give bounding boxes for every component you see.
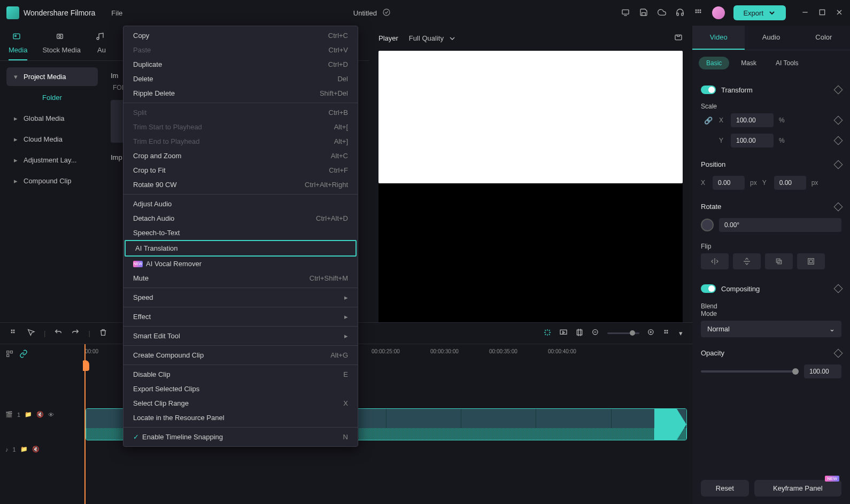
audio-folder-icon[interactable]: 📁: [20, 446, 28, 453]
context-menu-item[interactable]: Adjust Audio: [123, 197, 358, 211]
close-icon[interactable]: [835, 8, 844, 18]
subtab-basic[interactable]: Basic: [699, 57, 729, 69]
subtab-mask[interactable]: Mask: [733, 57, 764, 69]
subtab-ai-tools[interactable]: AI Tools: [768, 57, 806, 69]
preview-render-icon[interactable]: [559, 328, 568, 338]
playhead-head[interactable]: [83, 360, 89, 371]
position-y-input[interactable]: [774, 176, 806, 190]
link-icon[interactable]: 🔗: [704, 117, 714, 125]
context-menu-item[interactable]: Select Clip RangeX: [123, 396, 358, 410]
opacity-input[interactable]: [804, 365, 841, 378]
cloud-icon[interactable]: [658, 8, 667, 18]
context-menu-item[interactable]: AI Translation: [125, 240, 357, 257]
tab-video[interactable]: Video: [692, 26, 745, 50]
user-avatar[interactable]: [712, 6, 725, 19]
save-icon[interactable]: [639, 8, 649, 18]
zoom-slider[interactable]: [607, 332, 639, 334]
scale-x-keyframe[interactable]: [834, 116, 843, 125]
track-manager-icon[interactable]: [5, 350, 14, 360]
sidebar-project-media[interactable]: ▾Project Media: [6, 67, 98, 86]
scale-y-keyframe[interactable]: [834, 136, 843, 145]
context-menu-item[interactable]: Crop and ZoomAlt+C: [123, 149, 358, 163]
tab-stock-media[interactable]: Stock Media: [42, 32, 81, 60]
context-menu-item[interactable]: ✓Enable Timeline SnappingN: [123, 430, 358, 444]
context-menu-item[interactable]: Crop to FitCtrl+F: [123, 163, 358, 177]
context-menu-item[interactable]: DuplicateCtrl+D: [123, 57, 358, 72]
tab-media[interactable]: Media: [9, 32, 27, 60]
snapshot-icon[interactable]: [674, 33, 683, 43]
blend-mode-select[interactable]: Normal ⌄: [701, 321, 841, 337]
player-canvas[interactable]: [378, 51, 683, 183]
link-tracks-icon[interactable]: [19, 350, 28, 360]
delete-icon[interactable]: [99, 328, 107, 338]
monitor-icon[interactable]: [621, 8, 631, 18]
playhead[interactable]: [84, 344, 86, 504]
tab-color[interactable]: Color: [798, 26, 850, 50]
context-menu-item[interactable]: Create Compound ClipAlt+G: [123, 348, 358, 362]
keyframe-diamond-icon[interactable]: [834, 86, 843, 95]
position-keyframe[interactable]: [834, 160, 843, 169]
tab-audio[interactable]: Au: [96, 32, 107, 60]
export-button[interactable]: Export: [733, 5, 786, 20]
track-mute-icon[interactable]: 🔇: [36, 411, 44, 418]
scale-y-input[interactable]: [731, 134, 774, 148]
headphones-icon[interactable]: [676, 8, 685, 18]
sidebar-global-media[interactable]: ▸Global Media: [6, 109, 98, 128]
context-menu-item[interactable]: NEWAI Vocal Remover: [123, 257, 358, 271]
crop-icon[interactable]: [575, 328, 584, 338]
flip-fit-btn[interactable]: [797, 253, 825, 269]
audio-mute-icon[interactable]: 🔇: [32, 446, 40, 453]
compositing-keyframe[interactable]: [834, 284, 843, 293]
opacity-keyframe[interactable]: [834, 348, 843, 358]
context-menu-item[interactable]: Disable ClipE: [123, 367, 358, 382]
context-menu-item[interactable]: Ripple DeleteShift+Del: [123, 86, 358, 100]
redo-button[interactable]: [71, 328, 80, 338]
position-x-input[interactable]: [713, 176, 745, 190]
context-menu-item[interactable]: MuteCtrl+Shift+M: [123, 271, 358, 285]
context-menu-item[interactable]: Detach AudioCtrl+Alt+D: [123, 211, 358, 226]
context-menu-item[interactable]: Speech-to-Text: [123, 226, 358, 240]
sidebar-adjustment-layer[interactable]: ▸Adjustment Lay...: [6, 151, 98, 169]
context-menu-item[interactable]: Smart Edit Tool▸: [123, 329, 358, 343]
sidebar-compound-clip[interactable]: ▸Compound Clip: [6, 172, 98, 190]
context-menu-item[interactable]: Rotate 90 CWCtrl+Alt+Right: [123, 177, 358, 192]
tl-options-icon[interactable]: [10, 328, 18, 338]
maximize-icon[interactable]: [818, 8, 826, 18]
sidebar-cloud-media[interactable]: ▸Cloud Media: [6, 130, 98, 149]
compositing-toggle[interactable]: [701, 284, 716, 293]
keyframe-panel-button[interactable]: Keyframe Panel NEW: [754, 480, 841, 497]
sidebar-folder[interactable]: Folder: [6, 88, 98, 107]
menu-file[interactable]: File: [111, 9, 122, 17]
context-menu-item[interactable]: Export Selected Clips: [123, 382, 358, 396]
video-track-icon[interactable]: 🎬: [5, 411, 13, 418]
cursor-tool-icon[interactable]: [27, 328, 35, 338]
context-menu-item[interactable]: Speed▸: [123, 290, 358, 305]
transform-toggle[interactable]: [701, 86, 716, 94]
context-menu-item[interactable]: Locate in the Resource Panel: [123, 410, 358, 425]
flip-horizontal-btn[interactable]: [701, 253, 729, 269]
apps-grid-icon[interactable]: [694, 8, 704, 18]
flip-vertical-btn[interactable]: [733, 253, 761, 269]
track-eye-icon[interactable]: 👁: [48, 412, 54, 418]
timeline-view-icon[interactable]: [663, 328, 671, 338]
rotate-input[interactable]: [719, 218, 841, 232]
scale-x-input[interactable]: [731, 113, 774, 127]
rotate-keyframe[interactable]: [834, 202, 843, 211]
zoom-in-icon[interactable]: [647, 328, 655, 338]
auto-ripple-icon[interactable]: [543, 328, 552, 338]
quality-select[interactable]: Full Quality: [409, 34, 457, 43]
tab-audio[interactable]: Audio: [745, 26, 797, 50]
timeline-dropdown-icon[interactable]: ▾: [679, 329, 683, 337]
track-folder-icon[interactable]: 📁: [25, 411, 32, 418]
zoom-out-icon[interactable]: [591, 328, 600, 338]
context-menu-item[interactable]: DeleteDel: [123, 72, 358, 86]
flip-copy-btn[interactable]: [765, 253, 793, 269]
context-menu-item[interactable]: Effect▸: [123, 309, 358, 324]
context-menu-item[interactable]: CopyCtrl+C: [123, 28, 358, 43]
rotate-dial[interactable]: [701, 219, 714, 231]
audio-track-icon[interactable]: ♪: [5, 446, 9, 453]
opacity-slider[interactable]: [701, 370, 799, 373]
undo-button[interactable]: [54, 328, 63, 338]
reset-button[interactable]: Reset: [701, 480, 749, 497]
minimize-icon[interactable]: [801, 8, 809, 18]
